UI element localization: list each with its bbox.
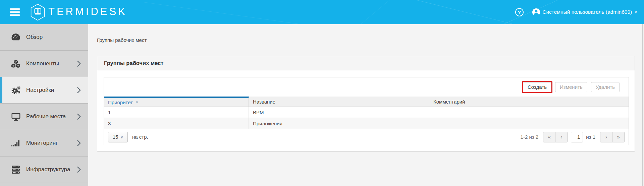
sidebar-item-label: Настройки — [26, 87, 54, 94]
sidebar-item-settings[interactable]: Настройки — [0, 77, 88, 104]
chevron-right-icon — [77, 114, 81, 120]
sidebar-item-components[interactable]: Компоненты — [0, 51, 88, 77]
cubes-icon — [11, 59, 21, 68]
delete-button[interactable]: Удалить — [591, 82, 620, 92]
sidebar-item-overview[interactable]: Обзор — [0, 24, 88, 51]
cell-name: BPM — [249, 107, 429, 118]
header-pattern-line — [142, 2, 308, 24]
chevron-down-icon: ∨ — [634, 10, 637, 14]
current-page-input[interactable] — [571, 132, 583, 142]
panel-header: Группы рабочих мест — [97, 56, 635, 70]
user-name: Системный пользователь (admin609) — [542, 9, 632, 15]
logo-text: TERMIDESK — [48, 6, 127, 18]
panel-title: Группы рабочих мест — [104, 60, 163, 66]
main-content: Группы рабочих мест Группы рабочих мест … — [88, 24, 644, 186]
pagination: 1-2 из 2 « ‹ из 1 › » — [521, 132, 625, 142]
panel-body: Создать Изменить Удалить Приоритет ^ Наз… — [97, 70, 635, 151]
cell-priority: 3 — [104, 118, 249, 129]
column-header-name[interactable]: Название — [249, 97, 429, 107]
sidebar-nav: Обзор Компоненты — [0, 24, 88, 186]
table-row[interactable]: 1 BPM — [104, 107, 629, 118]
table-header-row: Приоритет ^ Название Комментарий — [104, 97, 629, 107]
chevron-down-icon: ∨ — [120, 135, 123, 139]
gears-icon — [11, 86, 21, 95]
last-page-button[interactable]: » — [612, 132, 625, 142]
top-header: TERMIDESK ? Системный пользователь (admi… — [0, 0, 644, 24]
pagination-forward-group: › » — [600, 132, 625, 142]
total-pages-label: из 1 — [586, 134, 595, 140]
range-label: 1-2 из 2 — [521, 134, 539, 140]
page-size-select[interactable]: 15 ∨ — [108, 132, 128, 142]
signal-bars-icon — [11, 139, 21, 147]
sidebar-item-infrastructure[interactable]: Инфраструктура — [0, 157, 88, 183]
scrollbar-track[interactable] — [642, 24, 644, 186]
sidebar-item-monitoring[interactable]: Мониторинг — [0, 130, 88, 157]
pagination-back-group: « ‹ — [543, 132, 568, 142]
chevron-right-icon — [77, 61, 81, 67]
chevron-right-icon — [77, 140, 81, 146]
menu-toggle-icon[interactable] — [10, 8, 20, 16]
user-menu[interactable]: Системный пользователь (admin609) ∨ — [532, 8, 637, 16]
cell-comment — [429, 118, 629, 129]
table-footer: 15 ∨ на стр. 1-2 из 2 « ‹ из 1 — [104, 129, 629, 145]
cell-name: Приложения — [249, 118, 429, 129]
table-container: Создать Изменить Удалить Приоритет ^ Наз… — [104, 77, 629, 145]
chevron-right-icon — [77, 167, 81, 173]
desktop-icon — [11, 112, 21, 121]
server-stack-icon — [11, 165, 21, 174]
edit-button[interactable]: Изменить — [555, 82, 587, 92]
table-toolbar: Создать Изменить Удалить — [104, 77, 629, 97]
cell-comment — [429, 107, 629, 118]
chevron-right-icon — [77, 87, 81, 93]
logo-hexagon-icon — [30, 4, 45, 21]
sidebar-item-workplaces[interactable]: Рабочие места — [0, 104, 88, 130]
column-header-comment[interactable]: Комментарий — [429, 97, 629, 107]
prev-page-button[interactable]: ‹ — [555, 132, 568, 142]
first-page-button[interactable]: « — [543, 132, 555, 142]
sidebar-item-label: Обзор — [26, 34, 43, 41]
termidesk-logo: TERMIDESK — [30, 4, 127, 21]
column-header-priority[interactable]: Приоритет ^ — [104, 97, 249, 107]
next-page-button[interactable]: › — [600, 132, 612, 142]
breadcrumb: Группы рабочих мест — [88, 24, 644, 43]
create-button[interactable]: Создать — [523, 82, 551, 92]
sidebar-item-label: Компоненты — [26, 60, 59, 67]
workplace-groups-panel: Группы рабочих мест Создать Изменить Уда… — [97, 56, 635, 151]
header-pattern-line — [340, 0, 418, 24]
sort-asc-icon: ^ — [136, 100, 138, 106]
per-page-label: на стр. — [132, 134, 148, 140]
cell-priority: 1 — [104, 107, 249, 118]
sidebar-item-label: Рабочие места — [26, 113, 66, 120]
sidebar-item-label: Мониторинг — [26, 140, 58, 146]
help-icon[interactable]: ? — [515, 8, 524, 16]
dashboard-icon — [11, 33, 21, 42]
sidebar-item-label: Инфраструктура — [26, 166, 70, 173]
table-row[interactable]: 3 Приложения — [104, 118, 629, 129]
